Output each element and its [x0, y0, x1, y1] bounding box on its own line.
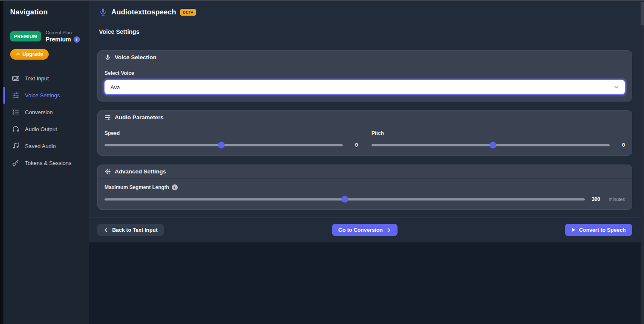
key-icon	[12, 159, 19, 167]
card-title: Audio Parameters	[115, 114, 164, 121]
go-to-conversion-button[interactable]: Go to Conversion	[332, 224, 398, 236]
voice-selection-card-header: Voice Selection	[98, 51, 632, 64]
premium-badge: PREMIUM	[10, 31, 41, 41]
sidebar-item-label: Voice Settings	[25, 92, 60, 99]
chevron-down-icon	[613, 84, 620, 91]
sidebar-item-label: Audio Output	[25, 126, 57, 132]
convert-to-speech-button[interactable]: Convert to Speech	[565, 224, 632, 236]
max-segment-length-label: Maximum Segment Length	[105, 184, 169, 190]
max-segment-length-slider-thumb[interactable]	[341, 196, 348, 203]
plan-section: PREMIUM Current Plan: Premium i	[3, 23, 89, 43]
play-icon	[571, 228, 576, 232]
speed-slider[interactable]	[105, 144, 343, 146]
audio-parameters-card: Audio Parameters Speed 0	[97, 110, 632, 156]
keyboard-icon	[12, 74, 19, 82]
max-segment-length-unit: minutes	[608, 197, 625, 202]
speed-parameter: Speed 0	[105, 130, 358, 148]
current-plan-label: Current Plan:	[46, 30, 80, 35]
voice-select[interactable]: Ava	[105, 80, 625, 94]
sidebar-item-audio-output[interactable]: Audio Output	[3, 121, 89, 137]
sidebar-item-tokens-sessions[interactable]: Tokens & Sessions	[3, 154, 89, 171]
app-title: Audiotexttospeech	[111, 8, 176, 16]
pitch-label: Pitch	[372, 130, 625, 136]
sliders-icon	[105, 114, 111, 121]
microphone-icon	[99, 8, 107, 16]
pitch-slider[interactable]	[372, 144, 610, 146]
speed-slider-thumb[interactable]	[218, 142, 224, 148]
up-arrow-icon	[16, 52, 20, 57]
sidebar-title: Navigation	[10, 8, 48, 16]
sidebar-item-voice-settings[interactable]: Voice Settings	[3, 87, 89, 104]
sidebar-item-label: Saved Audio	[25, 143, 56, 149]
scrollbar-thumb[interactable]	[641, 2, 644, 25]
back-to-text-input-button[interactable]: Back to Text Input	[97, 224, 164, 236]
sidebar-header: Navigation	[3, 1, 89, 23]
card-title: Voice Selection	[115, 54, 157, 60]
plan-info: Current Plan: Premium i	[46, 30, 80, 43]
sidebar-item-label: Text Input	[25, 75, 49, 82]
app-root: Navigation PREMIUM Current Plan: Premium…	[0, 1, 641, 324]
app-header: Audiotexttospeech BETA	[89, 1, 641, 23]
plan-info-icon[interactable]: i	[74, 36, 80, 43]
page-title: Voice Settings	[99, 28, 139, 35]
sidebar-item-label: Conversion	[25, 109, 53, 115]
speed-label: Speed	[105, 130, 358, 136]
page-scrollbar[interactable]	[641, 1, 644, 324]
sidebar-nav: Text Input Voice Settings Conversion Aud…	[3, 70, 89, 171]
gear-icon	[105, 168, 111, 175]
voice-select-value: Ava	[110, 84, 120, 91]
info-icon[interactable]: i	[172, 184, 178, 190]
plan-name: Premium	[46, 36, 71, 43]
advanced-settings-card: Advanced Settings Maximum Segment Length…	[97, 165, 632, 210]
audio-parameters-card-header: Audio Parameters	[98, 111, 632, 124]
convert-button-label: Convert to Speech	[579, 227, 626, 233]
sliders-icon	[12, 91, 19, 99]
back-button-label: Back to Text Input	[112, 227, 157, 233]
card-title: Advanced Settings	[115, 168, 166, 175]
advanced-settings-card-header: Advanced Settings	[98, 165, 632, 178]
headphones-icon	[12, 125, 19, 133]
sidebar-item-saved-audio[interactable]: Saved Audio	[3, 137, 89, 154]
voice-selection-card: Voice Selection Select Voice Ava	[97, 50, 632, 102]
pitch-slider-thumb[interactable]	[490, 142, 496, 148]
music-note-icon	[12, 142, 19, 150]
footer-divider	[89, 217, 641, 218]
content: Voice Selection Select Voice Ava	[89, 40, 641, 242]
sidebar: Navigation PREMIUM Current Plan: Premium…	[3, 1, 89, 324]
microphone-icon	[105, 54, 111, 60]
pitch-parameter: Pitch 0	[372, 130, 625, 148]
go-to-conversion-label: Go to Conversion	[339, 227, 383, 233]
checklist-icon	[12, 108, 19, 116]
page-title-bar: Voice Settings	[89, 23, 641, 40]
footer-actions: Back to Text Input Go to Conversion Conv…	[97, 224, 632, 236]
upgrade-button[interactable]: Upgrade	[10, 49, 49, 60]
chevron-right-icon	[386, 228, 391, 233]
left-edge-strip	[0, 1, 3, 324]
bottom-background	[89, 242, 641, 324]
upgrade-label: Upgrade	[22, 51, 43, 57]
max-segment-length-slider[interactable]	[105, 198, 585, 200]
sidebar-item-text-input[interactable]: Text Input	[3, 70, 89, 87]
sidebar-item-conversion[interactable]: Conversion	[3, 104, 89, 121]
select-voice-label: Select Voice	[105, 70, 625, 76]
sidebar-item-label: Tokens & Sessions	[25, 160, 72, 166]
beta-badge: BETA	[180, 9, 196, 16]
main-area: Audiotexttospeech BETA Voice Settings Vo…	[89, 1, 641, 324]
max-segment-length-value: 300	[590, 196, 600, 202]
speed-value: 0	[348, 142, 358, 148]
chevron-left-icon	[104, 228, 109, 233]
window-top-border	[0, 0, 644, 1]
pitch-value: 0	[615, 142, 625, 148]
